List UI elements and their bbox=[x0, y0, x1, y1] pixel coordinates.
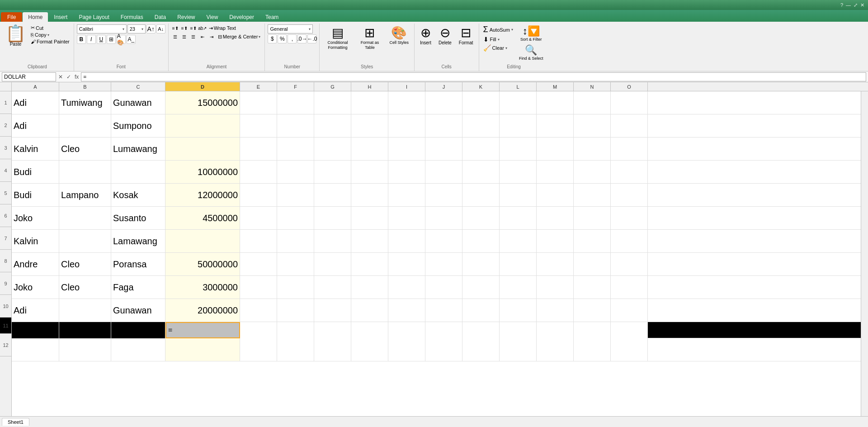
cell-l11[interactable] bbox=[500, 322, 537, 338]
cell-l4[interactable] bbox=[500, 161, 537, 183]
cell-c9[interactable]: Faga bbox=[111, 276, 165, 299]
cell-k7[interactable] bbox=[462, 230, 500, 252]
row-num-4[interactable]: 4 bbox=[0, 159, 11, 182]
cell-j2[interactable] bbox=[425, 114, 462, 137]
cell-o3[interactable] bbox=[611, 138, 648, 160]
cell-n10[interactable] bbox=[574, 299, 611, 322]
cell-m1[interactable] bbox=[537, 91, 574, 114]
cell-g5[interactable] bbox=[314, 184, 351, 206]
col-header-e[interactable]: E bbox=[240, 82, 277, 91]
cell-a11[interactable] bbox=[12, 322, 59, 338]
cell-c6[interactable]: Susanto bbox=[111, 207, 165, 229]
cell-a5[interactable]: Budi bbox=[12, 184, 59, 206]
cell-e7[interactable] bbox=[240, 230, 277, 252]
cell-e1[interactable] bbox=[240, 91, 277, 114]
cell-l5[interactable] bbox=[500, 184, 537, 206]
clear-arrow[interactable]: ▾ bbox=[505, 46, 507, 50]
cell-i2[interactable] bbox=[388, 114, 425, 137]
cell-n4[interactable] bbox=[574, 161, 611, 183]
cell-d10[interactable]: 20000000 bbox=[165, 299, 240, 322]
copy-dropdown-arrow[interactable]: ▾ bbox=[47, 33, 49, 37]
cell-g3[interactable] bbox=[314, 138, 351, 160]
merge-arrow[interactable]: ▾ bbox=[259, 35, 260, 39]
cell-h8[interactable] bbox=[351, 253, 388, 275]
row-num-5[interactable]: 5 bbox=[0, 182, 11, 204]
cell-g8[interactable] bbox=[314, 253, 351, 275]
cell-j11[interactable] bbox=[425, 322, 462, 338]
cell-i12[interactable] bbox=[388, 338, 425, 361]
cell-l3[interactable] bbox=[500, 138, 537, 160]
dollar-button[interactable]: $ bbox=[268, 34, 277, 43]
cell-j7[interactable] bbox=[425, 230, 462, 252]
cell-i1[interactable] bbox=[388, 91, 425, 114]
cell-a4[interactable]: Budi bbox=[12, 161, 59, 183]
cell-b2[interactable] bbox=[59, 114, 111, 137]
font-decrease-button[interactable]: A↓ bbox=[156, 24, 165, 33]
cell-k2[interactable] bbox=[462, 114, 500, 137]
col-header-g[interactable]: G bbox=[314, 82, 351, 91]
cell-k3[interactable] bbox=[462, 138, 500, 160]
cell-b5[interactable]: Lampano bbox=[59, 184, 111, 206]
cell-a8[interactable]: Andre bbox=[12, 253, 59, 275]
font-size-combo[interactable]: 23 ▾ bbox=[127, 24, 146, 33]
cell-o1[interactable] bbox=[611, 91, 648, 114]
cell-e10[interactable] bbox=[240, 299, 277, 322]
cell-h9[interactable] bbox=[351, 276, 388, 299]
align-center-button[interactable]: ☰ bbox=[180, 33, 189, 40]
cell-i9[interactable] bbox=[388, 276, 425, 299]
cell-i10[interactable] bbox=[388, 299, 425, 322]
cell-n6[interactable] bbox=[574, 207, 611, 229]
tab-formulas[interactable]: Formulas bbox=[115, 12, 149, 22]
cell-e9[interactable] bbox=[240, 276, 277, 299]
row-num-10[interactable]: 10 bbox=[0, 295, 11, 318]
cell-a10[interactable]: Adi bbox=[12, 299, 59, 322]
cell-j3[interactable] bbox=[425, 138, 462, 160]
cell-l12[interactable] bbox=[500, 338, 537, 361]
insert-button[interactable]: ⊕ Insert bbox=[417, 24, 434, 46]
number-format-combo[interactable]: General ▾ bbox=[268, 24, 313, 33]
cell-b3[interactable]: Cleo bbox=[59, 138, 111, 160]
cell-l6[interactable] bbox=[500, 207, 537, 229]
cell-i11[interactable] bbox=[388, 322, 425, 338]
cell-g10[interactable] bbox=[314, 299, 351, 322]
cell-h6[interactable] bbox=[351, 207, 388, 229]
cell-o8[interactable] bbox=[611, 253, 648, 275]
fill-color-button[interactable]: A🎨 bbox=[117, 35, 126, 44]
cell-a6[interactable]: Joko bbox=[12, 207, 59, 229]
cell-i7[interactable] bbox=[388, 230, 425, 252]
find-select-button[interactable]: 🔍 Find & Select bbox=[516, 43, 546, 62]
cell-m11[interactable] bbox=[537, 322, 574, 338]
cell-h7[interactable] bbox=[351, 230, 388, 252]
cell-styles-button[interactable]: 🎨 Cell Styles bbox=[387, 24, 411, 46]
align-top-right-button[interactable]: ≡⬆ bbox=[189, 24, 198, 32]
cell-o5[interactable] bbox=[611, 184, 648, 206]
cell-f6[interactable] bbox=[277, 207, 314, 229]
cell-a9[interactable]: Joko bbox=[12, 276, 59, 299]
cell-h5[interactable] bbox=[351, 184, 388, 206]
cell-c2[interactable]: Sumpono bbox=[111, 114, 165, 137]
cell-m9[interactable] bbox=[537, 276, 574, 299]
row-num-1[interactable]: 1 bbox=[0, 91, 11, 114]
cell-b8[interactable]: Cleo bbox=[59, 253, 111, 275]
increase-indent-button[interactable]: ⇥ bbox=[208, 33, 216, 40]
cell-f9[interactable] bbox=[277, 276, 314, 299]
cell-c8[interactable]: Poransa bbox=[111, 253, 165, 275]
cell-n3[interactable] bbox=[574, 138, 611, 160]
cell-k6[interactable] bbox=[462, 207, 500, 229]
cell-h2[interactable] bbox=[351, 114, 388, 137]
cell-n1[interactable] bbox=[574, 91, 611, 114]
cell-h12[interactable] bbox=[351, 338, 388, 361]
cell-f7[interactable] bbox=[277, 230, 314, 252]
cell-b6[interactable] bbox=[59, 207, 111, 229]
formula-input[interactable] bbox=[81, 72, 866, 81]
col-header-a[interactable]: A bbox=[12, 82, 59, 91]
wrap-text-button[interactable]: ⇥ Wrap Text bbox=[208, 25, 237, 32]
cell-m8[interactable] bbox=[537, 253, 574, 275]
cell-b12[interactable] bbox=[59, 338, 111, 361]
minimize-icon[interactable]: — bbox=[846, 2, 851, 8]
conditional-formatting-button[interactable]: ▤ Conditional Formatting bbox=[322, 24, 353, 51]
increase-decimal-button[interactable]: .0→ bbox=[297, 34, 307, 43]
cell-d11[interactable]: = bbox=[165, 322, 240, 338]
cell-m4[interactable] bbox=[537, 161, 574, 183]
cell-o4[interactable] bbox=[611, 161, 648, 183]
